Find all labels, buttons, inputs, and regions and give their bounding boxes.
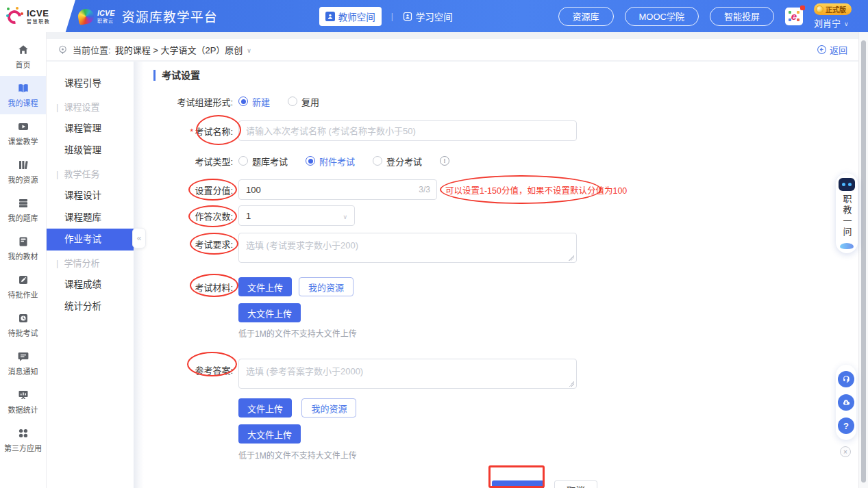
breadcrumb-label: 当前位置: <box>73 43 111 56</box>
main-sidebar: 首页 我的课程 课堂教学 我的资源 我的题库 我的教材 待批作业 待批考试 消息… <box>0 32 47 488</box>
customer-service-button[interactable] <box>838 371 854 387</box>
secondary-logo: ICVE 职教云 <box>97 10 115 23</box>
nav-teacher-space[interactable]: 教师空间 <box>319 7 382 26</box>
sidebar-item-home[interactable]: 首页 <box>0 38 46 76</box>
qa-assistant-widget[interactable]: 职教一问 <box>836 173 858 253</box>
breadcrumb-bar: 当前位置: 我的课程 > 大学语文（2P）原创 返回 <box>47 39 858 60</box>
attempts-select[interactable]: 1 <box>238 205 355 226</box>
exam-type-row: 考试类型: 题库考试 附件考试 登分考试 <box>163 154 858 168</box>
sidebar-item-my-question-bank[interactable]: 我的题库 <box>0 191 46 229</box>
breadcrumb-path[interactable]: 我的课程 > 大学语文（2P）原创 <box>115 43 243 56</box>
materials-row: 考试材料: 文件上传 我的资源 <box>163 277 858 296</box>
sidebar-item-third-party-apps[interactable]: 第三方应用 <box>0 421 46 459</box>
create-now-button[interactable]: 立即创建 <box>492 480 544 488</box>
chevron-down-icon <box>844 18 849 28</box>
app-header: ICVE 智慧职教 ICVE 职教云 资源库教学平台 教师空间 | 学习空间 资… <box>0 0 868 32</box>
sidebar-item-my-resources[interactable]: 我的资源 <box>0 153 46 191</box>
sidebar-item-pending-homework[interactable]: 待批作业 <box>0 268 46 306</box>
exam-icon <box>18 313 29 324</box>
message-icon <box>18 351 29 362</box>
radio-score-entry-exam[interactable] <box>373 156 382 166</box>
attempts-value: 1 <box>246 211 251 221</box>
menu-content-divider <box>134 62 144 488</box>
score-hint-text: 可以设置1-150分值，如果不设置默认分值为100 <box>445 183 627 196</box>
sidebar-item-pending-exams[interactable]: 待批考试 <box>0 306 46 344</box>
score-input[interactable] <box>238 179 437 200</box>
question-bank-icon <box>18 198 29 209</box>
form-footer: 立即创建 取消 <box>492 480 858 488</box>
exam-type-label: 考试类型: <box>163 155 233 168</box>
course-menu-item-course-design[interactable]: 课程设计 <box>47 185 134 207</box>
exam-name-label: *考试名称: <box>163 125 233 138</box>
download-icon <box>841 398 851 407</box>
select-chevron-down-icon <box>343 211 347 221</box>
course-menu-item-statistics-analysis[interactable]: 统计分析 <box>47 296 134 318</box>
requirement-label: 考试要求: <box>163 233 233 251</box>
sidebar-item-data-statistics[interactable]: 数据统计 <box>0 383 46 421</box>
materials-big-upload-button[interactable]: 大文件上传 <box>238 303 301 322</box>
logo-subtitle: 智慧职教 <box>27 19 50 24</box>
reference-big-upload-button[interactable]: 大文件上传 <box>238 424 301 444</box>
radio-question-bank-exam[interactable] <box>238 156 248 166</box>
icve-app-icon[interactable]: e <box>785 8 803 25</box>
resource-library-button[interactable]: 资源库 <box>558 7 614 26</box>
nav-learn-space[interactable]: 学习空间 <box>403 10 453 23</box>
course-menu-item-course-grades[interactable]: 课程成绩 <box>47 274 134 296</box>
sidebar-item-classroom-teaching[interactable]: 课堂教学 <box>0 114 46 153</box>
info-icon[interactable] <box>440 156 449 166</box>
textbook-icon <box>18 236 29 247</box>
radio-attachment-exam[interactable] <box>306 156 315 166</box>
back-button[interactable]: 返回 <box>817 43 847 56</box>
course-menu-item-course-question-bank[interactable]: 课程题库 <box>47 207 134 229</box>
user-menu[interactable]: 正式版 刘肖宁 <box>814 3 852 29</box>
qa-assistant-label: 职教一问 <box>843 194 852 238</box>
apps-icon <box>18 428 29 439</box>
reference-my-resources-button[interactable]: 我的资源 <box>301 398 356 418</box>
materials-my-resources-button[interactable]: 我的资源 <box>299 277 354 296</box>
close-helper-button[interactable] <box>840 446 851 457</box>
radio-new-label[interactable]: 新建 <box>252 95 270 108</box>
radio-question-bank-exam-label[interactable]: 题库考试 <box>252 155 288 168</box>
sidebar-item-my-courses[interactable]: 我的课程 <box>0 76 46 114</box>
course-menu-item-homework-exam[interactable]: 作业考试 <box>47 229 134 251</box>
reference-textarea[interactable] <box>238 359 577 389</box>
scrollbar-thumb[interactable] <box>861 40 866 483</box>
reference-upload-button[interactable]: 文件上传 <box>238 398 292 418</box>
teacher-space-icon <box>325 12 335 21</box>
breadcrumb-chevron-down-icon[interactable] <box>247 44 251 55</box>
helper-toolbar: ? <box>836 365 856 440</box>
radio-attachment-exam-label[interactable]: 附件考试 <box>319 155 355 168</box>
menu-collapse-button[interactable] <box>132 228 146 248</box>
username: 刘肖宁 <box>814 16 841 29</box>
course-menu-item-course-management[interactable]: 课程管理 <box>47 118 134 140</box>
exam-name-input[interactable] <box>238 120 577 141</box>
platform-title: 资源库教学平台 <box>122 7 218 25</box>
medal-icon <box>816 5 823 13</box>
sidebar-item-notifications[interactable]: 消息通知 <box>0 344 46 383</box>
course-menu-item-class-management[interactable]: 班级管理 <box>47 140 134 162</box>
radio-reuse-label[interactable]: 复用 <box>301 95 319 108</box>
homework-icon <box>18 274 29 285</box>
sidebar-item-my-textbooks[interactable]: 我的教材 <box>0 229 46 268</box>
mooc-academy-button[interactable]: MOOC学院 <box>625 7 699 26</box>
smart-cast-button[interactable]: 智能投屏 <box>710 7 774 26</box>
reference-row: 参考答案: <box>163 359 858 391</box>
required-mark: * <box>190 127 193 137</box>
requirement-row: 考试要求: <box>163 233 858 266</box>
classroom-icon <box>18 121 29 132</box>
course-menu-item-course-guide[interactable]: 课程引导 <box>47 73 134 94</box>
course-menu: 课程引导 课程设置 课程管理 班级管理 教学任务 课程设计 课程题库 作业考试 … <box>47 62 134 488</box>
attempts-row: 作答次数: 1 <box>163 205 858 226</box>
help-button[interactable]: ? <box>838 418 854 434</box>
stats-icon <box>18 389 29 400</box>
page-scrollbar <box>858 32 868 488</box>
radio-score-entry-exam-label[interactable]: 登分考试 <box>386 155 422 168</box>
download-button[interactable] <box>838 394 854 411</box>
materials-upload-button[interactable]: 文件上传 <box>238 277 292 296</box>
radio-reuse[interactable] <box>288 97 297 106</box>
cancel-button[interactable]: 取消 <box>554 480 597 488</box>
requirement-textarea[interactable] <box>238 233 577 263</box>
primary-logo: ICVE 智慧职教 <box>0 0 75 32</box>
radio-new[interactable] <box>238 97 248 106</box>
reference-note: 低于1M的文件不支持大文件上传 <box>238 449 858 461</box>
